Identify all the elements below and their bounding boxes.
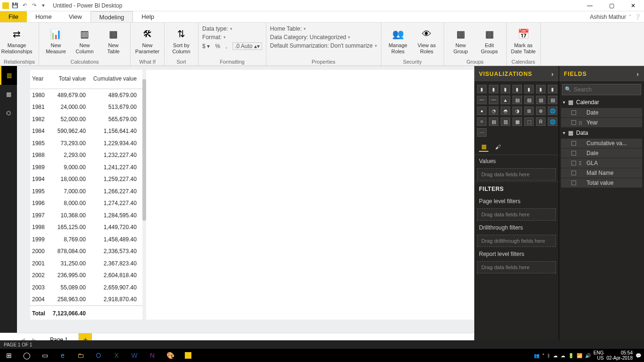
- field-item[interactable]: Total value: [561, 178, 642, 188]
- data-type-dropdown[interactable]: Data type: ▾: [202, 25, 262, 32]
- tab-view[interactable]: View: [60, 11, 91, 22]
- qat-dropdown-icon[interactable]: ▾: [40, 2, 47, 9]
- powerbi-taskbar-icon[interactable]: [179, 349, 197, 362]
- volume-icon[interactable]: 🔊: [585, 353, 591, 358]
- table-row[interactable]: 2000878,084.002,336,573.40: [30, 246, 142, 258]
- table-row[interactable]: 200131,250.002,367,823.40: [30, 257, 142, 270]
- table-row[interactable]: 199710,368.001,284,595.40: [30, 209, 142, 222]
- values-dropzone[interactable]: Drag data fields here: [477, 168, 556, 181]
- new-column-button[interactable]: ▥NewColumn: [72, 25, 98, 54]
- viz-type-3[interactable]: ▮: [512, 85, 522, 93]
- field-item[interactable]: Cumulative va...: [561, 139, 642, 148]
- viz-type-12[interactable]: ▤: [536, 96, 545, 104]
- field-checkbox[interactable]: [571, 161, 576, 165]
- viz-type-10[interactable]: ▤: [512, 96, 522, 104]
- view-as-roles-button[interactable]: 👁View asRoles: [414, 25, 440, 54]
- data-category-dropdown[interactable]: Data Category: Uncategorized ▾: [270, 34, 377, 41]
- viz-type-22[interactable]: ▤: [489, 117, 498, 126]
- maximize-button[interactable]: ▢: [601, 0, 622, 11]
- user-chevron-icon[interactable]: ˅: [629, 14, 631, 19]
- field-table[interactable]: ▾▦ Data: [559, 128, 644, 138]
- report-filters-dropzone[interactable]: Drag data fields here: [477, 261, 556, 273]
- tab-file[interactable]: File: [0, 11, 27, 22]
- decimals-stepper[interactable]: .0 Auto ▴▾: [232, 42, 262, 50]
- viz-type-2[interactable]: ▮: [501, 85, 510, 93]
- fields-search-input[interactable]: [562, 84, 641, 95]
- field-item[interactable]: ⌸Year: [561, 118, 642, 127]
- viz-type-9[interactable]: ▲: [501, 96, 510, 104]
- onedrive-icon[interactable]: ☁: [553, 353, 558, 358]
- viz-type-0[interactable]: ▮: [477, 85, 487, 93]
- col-header[interactable]: Year: [30, 70, 51, 89]
- viz-type-16[interactable]: ◓: [501, 107, 510, 115]
- weather-icon[interactable]: ☁: [561, 353, 565, 358]
- viz-type-23[interactable]: ▥: [501, 117, 510, 126]
- rail-report-icon[interactable]: ▥: [0, 66, 17, 85]
- mark-as-date-table-button[interactable]: 📅Mark asDate Table: [511, 25, 537, 54]
- battery-icon[interactable]: 🔋: [568, 353, 574, 358]
- sort-by-column-button[interactable]: ⇅Sort byColumn: [168, 25, 194, 54]
- paint-icon[interactable]: 🎨: [161, 349, 179, 362]
- viz-type-8[interactable]: 〰: [489, 96, 498, 104]
- new-parameter-button[interactable]: 🛠NewParameter: [134, 25, 160, 54]
- field-table[interactable]: ▾▦ Calendar: [559, 97, 644, 107]
- percent-button[interactable]: %: [215, 43, 220, 49]
- wifi-icon[interactable]: 📶: [577, 353, 582, 358]
- table-row[interactable]: 19882,293.001,232,227.40: [30, 149, 142, 162]
- field-item[interactable]: Date: [561, 108, 642, 117]
- field-checkbox[interactable]: [571, 141, 576, 146]
- viz-type-21[interactable]: ⌗: [477, 117, 487, 126]
- onenote-icon[interactable]: N: [143, 349, 161, 362]
- close-button[interactable]: ✕: [622, 0, 644, 11]
- report-canvas[interactable]: YearTotal valueCumulative value1980489,6…: [17, 66, 474, 333]
- table-row[interactable]: 19968,000.001,274,227.40: [30, 197, 142, 210]
- new-table-button[interactable]: ▦NewTable: [100, 25, 126, 54]
- edit-groups-button[interactable]: ▦EditGroups: [477, 25, 503, 54]
- table-row[interactable]: 198252,000.00565,679.00: [30, 113, 142, 125]
- viz-type-28[interactable]: ⋯: [477, 128, 487, 137]
- tab-home[interactable]: Home: [27, 11, 60, 22]
- new-measure-button[interactable]: 📊NewMeasure: [43, 25, 69, 54]
- viz-type-15[interactable]: ◔: [489, 107, 498, 115]
- outlook-icon[interactable]: O: [90, 349, 107, 362]
- table-row[interactable]: 2002236,995.002,604,818.40: [30, 270, 142, 282]
- field-item[interactable]: ΣGLA: [561, 158, 642, 168]
- drillthrough-dropzone[interactable]: Drag drillthrough fields here: [477, 235, 556, 247]
- notifications-icon[interactable]: 💬: [636, 353, 641, 358]
- field-item[interactable]: Mall Name: [561, 168, 642, 178]
- viz-type-17[interactable]: ◑: [512, 107, 522, 115]
- word-icon[interactable]: W: [125, 349, 143, 362]
- table-scrollbar[interactable]: [142, 70, 146, 320]
- viz-type-20[interactable]: 🌐: [548, 107, 557, 115]
- field-checkbox[interactable]: [571, 171, 576, 175]
- rail-model-icon[interactable]: ⌬: [0, 104, 17, 123]
- table-row[interactable]: 19998,769.001,458,489.40: [30, 233, 142, 246]
- viz-type-14[interactable]: ●: [477, 107, 487, 115]
- viz-type-19[interactable]: ⊕: [536, 107, 545, 115]
- taskview-icon[interactable]: ▭: [36, 349, 54, 362]
- viz-type-26[interactable]: R: [536, 117, 545, 126]
- viz-type-7[interactable]: 〰: [477, 96, 487, 104]
- bluetooth-icon[interactable]: ᛒ: [547, 353, 550, 358]
- user-name[interactable]: Ashish Mathur: [590, 14, 626, 20]
- thousands-button[interactable]: ,: [225, 43, 227, 49]
- col-header[interactable]: Cumulative value: [91, 70, 142, 89]
- col-header[interactable]: Total value: [51, 70, 91, 89]
- data-table[interactable]: YearTotal valueCumulative value1980489,6…: [30, 70, 142, 320]
- people-icon[interactable]: 👥: [534, 353, 539, 358]
- collapse-viz-icon[interactable]: ›: [551, 70, 554, 78]
- field-item[interactable]: Date: [561, 148, 642, 158]
- viz-type-5[interactable]: ▮: [536, 85, 545, 93]
- field-checkbox[interactable]: [571, 151, 576, 156]
- table-row[interactable]: 198573,293.001,229,934.40: [30, 137, 142, 149]
- manage-relationships-button[interactable]: ⇄ManageRelationships: [4, 25, 30, 54]
- viz-type-11[interactable]: ▤: [524, 96, 534, 104]
- explorer-icon[interactable]: 🗀: [72, 349, 90, 362]
- viz-type-13[interactable]: ▤: [548, 96, 557, 104]
- excel-icon[interactable]: X: [107, 349, 125, 362]
- manage-roles-button[interactable]: 👥ManageRoles: [385, 25, 411, 54]
- start-button[interactable]: ⊞: [0, 349, 18, 362]
- currency-button[interactable]: $ ▾: [202, 43, 210, 49]
- tray-chevron-icon[interactable]: ˄: [542, 353, 545, 358]
- minimize-button[interactable]: —: [579, 0, 601, 11]
